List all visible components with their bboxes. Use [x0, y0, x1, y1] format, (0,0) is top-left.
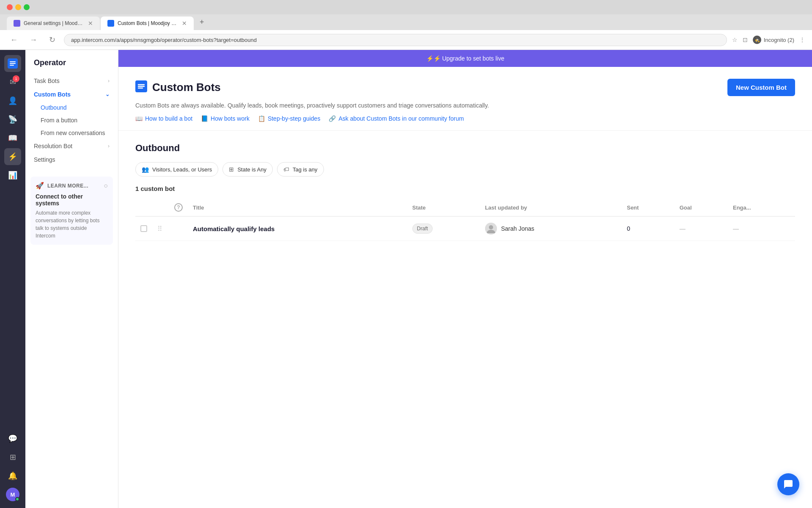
user-avatar-rail: M: [6, 488, 19, 501]
bot-count: 1 custom bot: [135, 185, 795, 192]
engagement-value: —: [733, 225, 739, 232]
chat-button[interactable]: [777, 473, 799, 495]
help-icon[interactable]: ?: [174, 203, 183, 212]
tab-label-general: General settings | Moodjoy | In...: [24, 20, 83, 26]
chat-nav-icon: 💬: [8, 434, 17, 443]
sidebar-item-settings[interactable]: Settings: [25, 153, 118, 166]
row-engagement-cell: —: [728, 216, 795, 241]
table-header: ? Title State Last updated by Sent Goal …: [135, 199, 795, 216]
maximize-button[interactable]: [24, 4, 30, 10]
incognito-badge: 🕵 Incognito (2): [753, 36, 794, 44]
rail-icon-apps[interactable]: ⊞: [4, 449, 21, 466]
audience-filter-icon: 👥: [142, 166, 149, 173]
th-goal: Goal: [675, 199, 728, 216]
chevron-resolution-bot: ›: [108, 143, 110, 149]
tab-close-custom-bots[interactable]: ✕: [182, 20, 187, 27]
filter-state[interactable]: ⊞ State is Any: [222, 162, 273, 177]
sidebar-sub-item-from-button[interactable]: From a button: [25, 114, 118, 127]
learn-more-title: LEARN MORE...: [47, 183, 88, 189]
how-to-build-link[interactable]: 📖 How to build a bot: [135, 115, 192, 122]
browser-menu-icon[interactable]: ⋮: [799, 36, 805, 43]
state-filter-label: State is Any: [237, 166, 266, 173]
rocket-icon: 🚀: [36, 182, 44, 190]
online-dot: [15, 497, 19, 501]
last-updated-container: Sarah Jonas: [485, 223, 617, 235]
refresh-button[interactable]: ↻: [46, 33, 59, 46]
rail-icon-avatar[interactable]: M: [4, 486, 21, 503]
rail-icon-knowledge[interactable]: 📖: [4, 130, 21, 146]
tab-custom-bots[interactable]: Custom Bots | Moodjoy | Inter... ✕: [101, 17, 194, 30]
sidebar-sub-item-from-conversations[interactable]: From new conversations: [25, 127, 118, 139]
bot-title[interactable]: Automatically qualify leads: [193, 225, 274, 232]
section-title-outbound: Outbound: [135, 143, 795, 154]
row-goal-cell: —: [675, 216, 728, 241]
drag-handle[interactable]: ⠿: [157, 225, 162, 232]
page-links: 📖 How to build a bot 📘 How bots work 📋 S…: [135, 115, 795, 122]
last-updated-name: Sarah Jonas: [501, 225, 535, 232]
row-checkbox[interactable]: [140, 225, 147, 232]
filter-audience[interactable]: 👥 Visitors, Leads, or Users: [135, 162, 218, 177]
learn-more-close-button[interactable]: ○: [104, 182, 108, 190]
inbox-badge: 1: [13, 75, 19, 82]
sidebar-item-task-bots[interactable]: Task Bots ›: [25, 74, 118, 88]
tab-label-custom-bots: Custom Bots | Moodjoy | Inter...: [118, 20, 177, 26]
sidebar-label-from-conversations: From new conversations: [41, 130, 105, 136]
rail-icon-reports[interactable]: 📊: [4, 167, 21, 184]
tab-general-settings[interactable]: General settings | Moodjoy | In... ✕: [7, 17, 100, 30]
filter-tag[interactable]: 🏷 Tag is any: [277, 162, 324, 177]
rail-icon-outbound[interactable]: 📡: [4, 111, 21, 128]
page-title-text: Custom Bots: [152, 81, 221, 94]
knowledge-icon: 📖: [8, 133, 17, 143]
tag-filter-icon: 🏷: [283, 166, 289, 173]
checkbox-container: [140, 225, 147, 232]
close-button[interactable]: [7, 4, 13, 10]
table-row: ⠿ Automatically qualify leads Draft: [135, 216, 795, 241]
row-last-updated-cell: Sarah Jonas: [480, 216, 622, 241]
tag-filter-label: Tag is any: [293, 166, 318, 173]
page-header: Custom Bots New Custom Bot Custom Bots a…: [118, 67, 812, 131]
community-link[interactable]: 🔗 Ask about Custom Bots in our community…: [329, 115, 464, 122]
page-title: Custom Bots: [135, 80, 221, 95]
book-icon: 📖: [135, 115, 143, 122]
community-label: Ask about Custom Bots in our community f…: [338, 115, 464, 122]
title-bar: [0, 0, 812, 14]
external-link-icon: 🔗: [329, 115, 336, 122]
reader-mode-icon[interactable]: ⊡: [743, 36, 748, 43]
back-button[interactable]: ←: [7, 34, 21, 46]
sidebar-item-custom-bots[interactable]: Custom Bots ⌄: [25, 88, 118, 101]
upgrade-icon: ⚡: [426, 55, 433, 62]
incognito-label: Incognito (2): [764, 37, 794, 43]
page-title-icon: [135, 80, 147, 95]
rail-icon-logo[interactable]: [4, 55, 21, 72]
forward-button[interactable]: →: [26, 34, 41, 46]
tab-icon-general: [14, 20, 20, 27]
bookmark-icon[interactable]: ☆: [732, 36, 738, 43]
sent-value: 0: [627, 225, 630, 232]
sidebar: Operator Task Bots › Custom Bots ⌄ Outbo…: [25, 50, 118, 508]
rail-icon-inbox[interactable]: ✉ 1: [4, 74, 21, 91]
outbound-section: Outbound 👥 Visitors, Leads, or Users ⊞ S…: [118, 131, 812, 253]
state-badge: Draft: [412, 224, 433, 234]
how-bots-work-link[interactable]: 📘 How bots work: [201, 115, 250, 122]
main-content: ⚡ ⚡ Upgrade to set bots live Custom Bots…: [118, 50, 812, 508]
step-by-step-link[interactable]: 📋 Step-by-step guides: [258, 115, 321, 122]
sidebar-item-resolution-bot[interactable]: Resolution Bot ›: [25, 139, 118, 153]
sidebar-sub-item-outbound[interactable]: Outbound: [25, 101, 118, 114]
th-drag: [152, 199, 169, 216]
outbound-icon: 📡: [8, 115, 17, 124]
rail-icon-contacts[interactable]: 👤: [4, 92, 21, 109]
rail-icon-chat[interactable]: 💬: [4, 430, 21, 447]
rail-icon-operator[interactable]: ⚡: [4, 148, 21, 165]
table-header-row: ? Title State Last updated by Sent Goal …: [135, 199, 795, 216]
minimize-button[interactable]: [15, 4, 21, 10]
rail-icon-notifications[interactable]: 🔔: [4, 467, 21, 484]
new-custom-bot-button[interactable]: New Custom Bot: [727, 79, 795, 96]
bot-table: ? Title State Last updated by Sent Goal …: [135, 199, 795, 241]
tab-icon-intercom: [107, 20, 114, 27]
tab-close-general[interactable]: ✕: [88, 20, 93, 27]
address-bar[interactable]: app.intercom.com/a/apps/nnsgmgob/operato…: [64, 34, 727, 46]
new-tab-button[interactable]: +: [195, 14, 209, 30]
row-title-cell: Automatically qualify leads: [188, 216, 407, 241]
upgrade-banner[interactable]: ⚡ ⚡ Upgrade to set bots live: [118, 50, 812, 67]
apps-icon: ⊞: [10, 453, 16, 462]
